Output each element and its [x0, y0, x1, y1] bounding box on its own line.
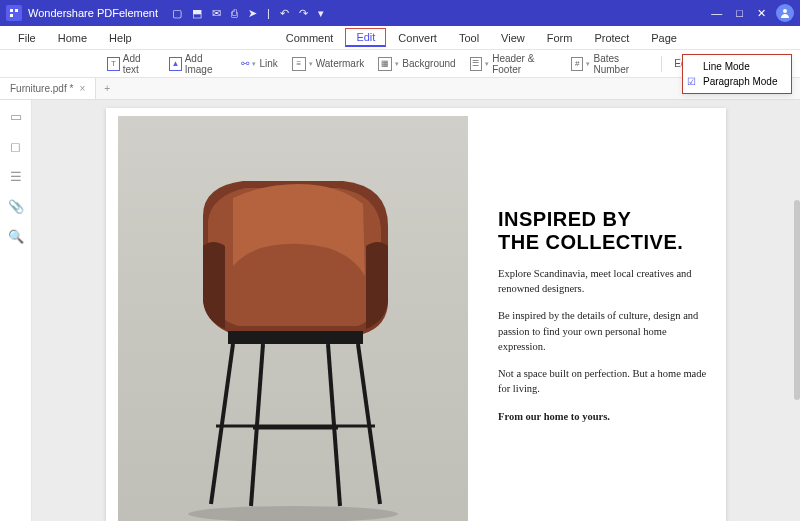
close-button[interactable]: ✕ [757, 7, 766, 20]
svg-point-0 [783, 9, 787, 13]
attachments-icon[interactable]: 📎 [8, 198, 24, 214]
app-title: Wondershare PDFelement [28, 7, 158, 19]
more-icon[interactable]: ▾ [318, 7, 324, 20]
redo-icon[interactable]: ↷ [299, 7, 308, 20]
menu-protect[interactable]: Protect [584, 29, 639, 47]
quick-access: ▢ ⬒ ✉ ⎙ ➤ | ↶ ↷ ▾ [172, 7, 324, 20]
link-button[interactable]: ⚯▾Link [237, 58, 281, 69]
menu-view[interactable]: View [491, 29, 535, 47]
menu-convert[interactable]: Convert [388, 29, 447, 47]
titlebar: Wondershare PDFelement ▢ ⬒ ✉ ⎙ ➤ | ↶ ↷ ▾… [0, 0, 800, 26]
heading-line2[interactable]: THE COLLECTIVE. [498, 231, 708, 254]
svg-line-2 [358, 344, 380, 504]
line-mode-option[interactable]: Line Mode [683, 59, 791, 74]
paragraph-4[interactable]: From our home to yours. [498, 409, 708, 424]
open-icon[interactable]: ▢ [172, 7, 182, 20]
header-footer-button[interactable]: ☰▾Header & Footer [466, 53, 561, 75]
edit-toolbar: TAdd text ▲Add Image ⚯▾Link ≡▾Watermark … [0, 50, 800, 78]
document-canvas[interactable]: INSPIRED BY THE COLLECTIVE. Explore Scan… [32, 100, 800, 521]
divider-icon: | [267, 7, 270, 19]
watermark-button[interactable]: ≡▾Watermark [288, 57, 369, 71]
mail-icon[interactable]: ✉ [212, 7, 221, 20]
menu-edit[interactable]: Edit [345, 28, 386, 47]
header-footer-icon: ☰ [470, 57, 483, 71]
svg-line-1 [211, 344, 233, 504]
menu-home[interactable]: Home [48, 29, 97, 47]
bates-number-button[interactable]: #▾Bates Number [567, 53, 653, 75]
edit-mode-dropdown: Line Mode Paragraph Mode [682, 54, 792, 94]
maximize-button[interactable]: □ [736, 7, 743, 19]
paragraph-2[interactable]: Be inspired by the details of culture, d… [498, 308, 708, 354]
background-icon: ▦ [378, 57, 392, 71]
menubar: File Home Help Comment Edit Convert Tool… [0, 26, 800, 50]
image-icon: ▲ [169, 57, 182, 71]
menu-help[interactable]: Help [99, 29, 142, 47]
minimize-button[interactable]: — [711, 7, 722, 19]
left-sidebar: ▭ ◻ ☰ 📎 🔍 [0, 100, 32, 521]
save-icon[interactable]: ⬒ [192, 7, 202, 20]
watermark-icon: ≡ [292, 57, 306, 71]
vertical-scrollbar[interactable] [794, 200, 800, 400]
tab-label: Furniture.pdf * [10, 83, 73, 94]
search-icon[interactable]: 🔍 [8, 228, 24, 244]
bates-icon: # [571, 57, 584, 71]
user-avatar[interactable] [776, 4, 794, 22]
paragraph-mode-option[interactable]: Paragraph Mode [683, 74, 791, 89]
menu-page[interactable]: Page [641, 29, 687, 47]
link-icon: ⚯ [241, 58, 249, 69]
svg-point-7 [188, 506, 398, 521]
menu-file[interactable]: File [8, 29, 46, 47]
paragraph-1[interactable]: Explore Scandinavia, meet local creative… [498, 266, 708, 296]
undo-icon[interactable]: ↶ [280, 7, 289, 20]
bookmark-icon[interactable]: ◻ [8, 138, 24, 154]
tab-furniture[interactable]: Furniture.pdf * × [0, 78, 96, 99]
text-icon: T [107, 57, 120, 71]
add-image-button[interactable]: ▲Add Image [165, 53, 231, 75]
pdf-page[interactable]: INSPIRED BY THE COLLECTIVE. Explore Scan… [106, 108, 726, 521]
menu-tool[interactable]: Tool [449, 29, 489, 47]
app-logo [6, 5, 22, 21]
document-tabs: Furniture.pdf * × + [0, 78, 800, 100]
thumbnails-icon[interactable]: ▭ [8, 108, 24, 124]
send-icon[interactable]: ➤ [248, 7, 257, 20]
comments-icon[interactable]: ☰ [8, 168, 24, 184]
add-text-button[interactable]: TAdd text [103, 53, 159, 75]
print-icon[interactable]: ⎙ [231, 7, 238, 19]
chair-image [118, 116, 468, 521]
menu-comment[interactable]: Comment [276, 29, 344, 47]
paragraph-3[interactable]: Not a space built on perfection. But a h… [498, 366, 708, 396]
separator [661, 56, 662, 72]
main-area: ▭ ◻ ☰ 📎 🔍 [0, 100, 800, 521]
new-tab-button[interactable]: + [96, 83, 118, 94]
document-text-column: INSPIRED BY THE COLLECTIVE. Explore Scan… [498, 208, 708, 424]
background-button[interactable]: ▦▾Background [374, 57, 459, 71]
tab-close-icon[interactable]: × [79, 83, 85, 94]
menu-form[interactable]: Form [537, 29, 583, 47]
heading-line1[interactable]: INSPIRED BY [498, 208, 708, 231]
window-controls: — □ ✕ [711, 7, 766, 20]
